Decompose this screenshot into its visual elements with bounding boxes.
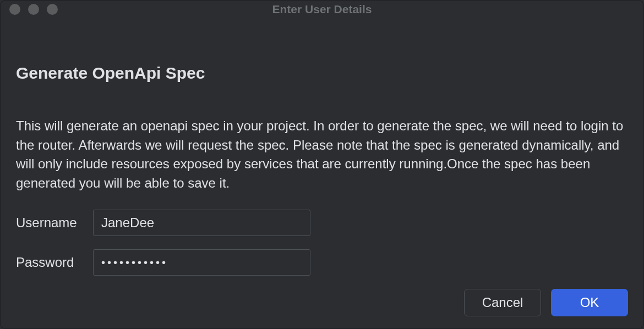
dialog-heading: Generate OpenApi Spec bbox=[16, 64, 628, 83]
ok-button[interactable]: OK bbox=[551, 289, 628, 316]
username-row: Username bbox=[16, 210, 628, 236]
username-label: Username bbox=[16, 215, 93, 231]
window-title: Enter User Details bbox=[272, 3, 372, 16]
minimize-icon[interactable] bbox=[28, 4, 39, 15]
password-input[interactable] bbox=[93, 249, 310, 276]
password-row: Password bbox=[16, 249, 628, 276]
dialog-window: Enter User Details Generate OpenApi Spec… bbox=[0, 0, 644, 329]
titlebar: Enter User Details bbox=[1, 1, 643, 19]
dialog-content: Generate OpenApi Spec This will generate… bbox=[1, 19, 643, 328]
dialog-description: This will generate an openapi spec in yo… bbox=[16, 117, 628, 193]
close-icon[interactable] bbox=[9, 4, 20, 15]
traffic-lights bbox=[9, 4, 58, 15]
password-label: Password bbox=[16, 255, 93, 270]
cancel-button[interactable]: Cancel bbox=[464, 289, 541, 316]
button-row: Cancel OK bbox=[16, 289, 628, 316]
maximize-icon[interactable] bbox=[47, 4, 58, 15]
username-input[interactable] bbox=[93, 210, 310, 236]
